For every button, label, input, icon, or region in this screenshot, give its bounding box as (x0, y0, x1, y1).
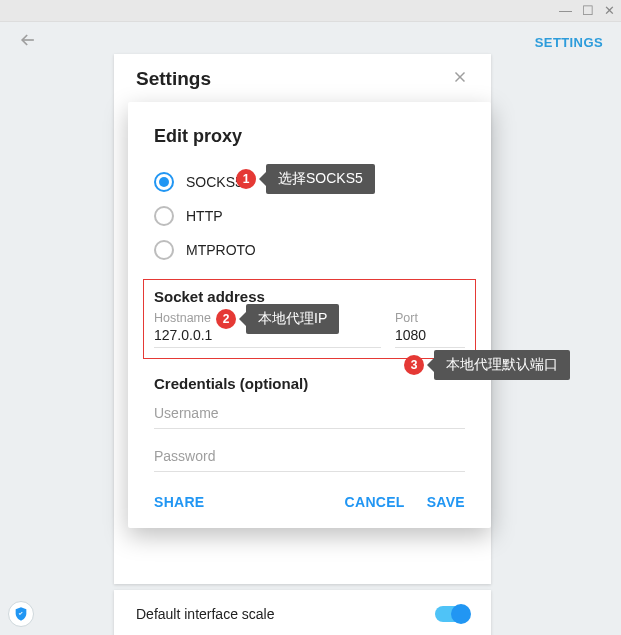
username-input[interactable]: Username (154, 398, 465, 429)
annotation-tip: 本地代理默认端口 (434, 350, 570, 380)
radio-icon (154, 240, 174, 260)
save-button[interactable]: SAVE (427, 494, 465, 510)
annotation-3: 3 本地代理默认端口 (404, 350, 570, 380)
interface-scale-row: Default interface scale (114, 590, 491, 635)
modal-actions: SHARE CANCEL SAVE (154, 494, 465, 510)
interface-scale-toggle[interactable] (435, 606, 469, 622)
annotation-pointer-icon (239, 312, 246, 326)
radio-label: MTPROTO (186, 242, 256, 258)
password-placeholder: Password (154, 448, 215, 464)
annotation-number: 2 (216, 309, 236, 329)
proxy-type-mtproto[interactable]: MTPROTO (154, 233, 465, 267)
annotation-number: 3 (404, 355, 424, 375)
settings-close-button[interactable] (451, 68, 469, 90)
port-field[interactable]: Port 1080 (395, 311, 465, 348)
annotation-1: 1 选择SOCKS5 (236, 164, 375, 194)
back-button[interactable] (18, 30, 38, 54)
window-close[interactable]: ✕ (604, 3, 615, 18)
annotation-number: 1 (236, 169, 256, 189)
window-maximize[interactable]: ☐ (582, 3, 594, 18)
annotation-pointer-icon (259, 172, 266, 186)
radio-label: HTTP (186, 208, 223, 224)
radio-icon (154, 172, 174, 192)
verified-shield-icon (8, 601, 34, 627)
socket-title: Socket address (154, 288, 465, 305)
port-label: Port (395, 311, 465, 325)
radio-label: SOCKS5 (186, 174, 243, 190)
port-value: 1080 (395, 327, 465, 348)
window-titlebar: — ☐ ✕ (0, 0, 621, 22)
radio-icon (154, 206, 174, 226)
settings-link[interactable]: SETTINGS (535, 35, 603, 50)
annotation-tip: 选择SOCKS5 (266, 164, 375, 194)
annotation-2: 2 本地代理IP (216, 304, 339, 334)
modal-title: Edit proxy (154, 126, 465, 147)
interface-scale-label: Default interface scale (136, 606, 275, 622)
username-placeholder: Username (154, 405, 219, 421)
cancel-button[interactable]: CANCEL (345, 494, 405, 510)
window-minimize[interactable]: — (559, 3, 572, 18)
annotation-pointer-icon (427, 358, 434, 372)
share-button[interactable]: SHARE (154, 494, 205, 510)
password-input[interactable]: Password (154, 441, 465, 472)
annotation-tip: 本地代理IP (246, 304, 339, 334)
proxy-type-http[interactable]: HTTP (154, 199, 465, 233)
settings-panel-title: Settings (136, 68, 211, 90)
